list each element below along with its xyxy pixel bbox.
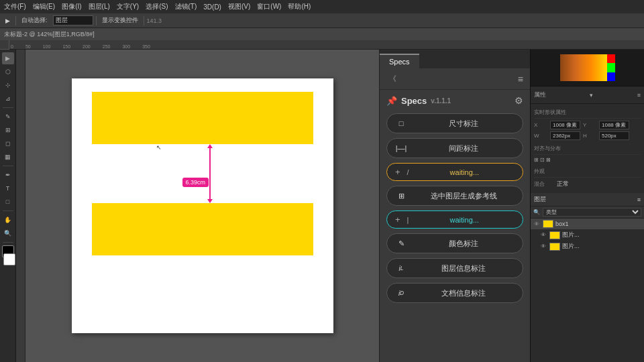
- menu-edit[interactable]: 编辑(E): [33, 2, 55, 11]
- prop-w-row: W H: [534, 131, 641, 140]
- ruler-tick: 200: [83, 44, 91, 49]
- blending-label: 混合: [534, 180, 554, 188]
- prop-x-row: X Y: [534, 121, 641, 129]
- plugin-version: v.1.1.1: [431, 97, 451, 105]
- dimension-btn[interactable]: □ 尺寸标注: [386, 113, 523, 133]
- tool-crop[interactable]: ⊹: [2, 79, 14, 91]
- prop-y-value[interactable]: [599, 121, 629, 129]
- tool-eyedropper[interactable]: ⊿: [2, 93, 14, 105]
- layer-item-box1[interactable]: 👁 box1: [531, 219, 644, 229]
- artboard: ↖ 6.39cm: [72, 78, 333, 333]
- tool-zoom[interactable]: 🔍: [2, 227, 14, 239]
- specs-panel-header: 《 ≡: [380, 68, 530, 90]
- tool-move[interactable]: ▶: [3, 17, 13, 25]
- prop-y-label: Y: [583, 122, 596, 128]
- tool-transform[interactable]: 显示变换控件: [99, 15, 141, 25]
- section-live-shape: 实时形状属性: [534, 107, 641, 119]
- plus-icon-2: +: [395, 215, 400, 225]
- layer-eye-icon[interactable]: 👁: [534, 221, 541, 227]
- specs-tab[interactable]: Specs: [380, 54, 419, 68]
- menu-image[interactable]: 图像(I): [62, 2, 81, 11]
- doc-info-btn[interactable]: iD 文档信息标注: [386, 283, 523, 303]
- refline-btn[interactable]: ⊞ 选中图层生成参考线: [386, 186, 523, 206]
- menu-layer[interactable]: 图层(L): [89, 2, 110, 11]
- tool-pen[interactable]: ✒: [2, 169, 14, 181]
- tool-selection[interactable]: ▶: [2, 52, 14, 64]
- waiting2-label: waiting...: [414, 216, 515, 224]
- align-btn[interactable]: ⊞ ⊡ ⊠: [534, 157, 551, 163]
- specs-title-row: 📌 Specs v.1.1.1 ⚙: [386, 95, 523, 106]
- layer-thumb-img1: [549, 231, 560, 239]
- expand-btn[interactable]: ≡: [637, 92, 641, 99]
- section-blending: 外观: [534, 166, 641, 178]
- rect-bottom[interactable]: [92, 203, 313, 255]
- slash-icon-1: /: [407, 168, 409, 176]
- cursor: ↖: [156, 144, 159, 147]
- preview-gradient: [560, 54, 607, 81]
- layer-thumb-box1: [543, 220, 553, 228]
- tool-auto-select[interactable]: 自动选择:: [19, 15, 50, 25]
- layer-name-img2: 图片...: [562, 242, 641, 251]
- dimension-label: 尺寸标注: [413, 119, 515, 129]
- tool-auto-select-input[interactable]: [53, 15, 93, 25]
- specs-nav-back[interactable]: 《: [386, 74, 399, 84]
- waiting1-btn[interactable]: + / waiting...: [386, 163, 523, 181]
- canvas-content[interactable]: ↖ 6.39cm: [25, 50, 379, 362]
- arrow-line: [209, 148, 211, 199]
- spacing-label: 间距标注: [413, 143, 515, 154]
- tools-panel: ▶ ⬡ ⊹ ⊿ ✎ ⊞ ◻ ▦ ✒ T □ ✋ 🔍: [0, 50, 16, 362]
- layers-title: 图层: [534, 195, 546, 204]
- path-label: 未标题-2 @ 142%[图层1,RGB/8#]: [4, 30, 95, 39]
- tool-eraser[interactable]: ◻: [2, 137, 14, 149]
- menu-select[interactable]: 选择(S): [146, 2, 168, 11]
- menu-view[interactable]: 视图(V): [228, 2, 250, 11]
- menu-help[interactable]: 帮助(H): [288, 2, 311, 11]
- swatch-red: [607, 54, 615, 63]
- layers-options-btn[interactable]: ≡: [637, 196, 641, 203]
- tool-shape[interactable]: □: [2, 196, 14, 208]
- tool-text[interactable]: T: [2, 182, 14, 194]
- collapse-btn[interactable]: ▾: [590, 92, 593, 99]
- measurement-label: 6.39cm: [182, 178, 209, 187]
- pin-icon: 📌: [386, 96, 397, 106]
- right-top-controls: 属性 ▾ ≡: [531, 86, 644, 104]
- prop-h-value[interactable]: [599, 131, 629, 140]
- prop-x-value[interactable]: [550, 121, 580, 129]
- layer-eye-icon-2[interactable]: 👁: [541, 232, 547, 238]
- menu-3d[interactable]: 3D(D): [203, 3, 221, 11]
- canvas-area[interactable]: ↖ 6.39cm: [16, 50, 379, 362]
- tool-stamp[interactable]: ⊞: [2, 124, 14, 136]
- plugin-name: Specs: [401, 96, 427, 106]
- tool-background-color[interactable]: [3, 253, 15, 265]
- layer-name-img1: 图片...: [562, 231, 641, 239]
- tool-lasso[interactable]: ⬡: [2, 66, 14, 78]
- gear-icon[interactable]: ⚙: [515, 95, 523, 106]
- ruler-tick: 100: [43, 44, 51, 49]
- tool-gradient[interactable]: ▦: [2, 151, 14, 163]
- color-btn[interactable]: ✎ 颜色标注: [386, 233, 523, 253]
- layer-item-img1[interactable]: 👁 图片...: [531, 229, 644, 241]
- menu-text[interactable]: 文字(Y): [117, 2, 139, 11]
- menu-file[interactable]: 文件(F): [4, 2, 26, 11]
- prop-w-label: W: [534, 133, 547, 139]
- doc-info-label: 文档信息标注: [413, 288, 515, 298]
- swatch-blue: [607, 72, 615, 81]
- menu-window[interactable]: 窗口(W): [257, 2, 281, 11]
- layers-filter-select[interactable]: 类型: [543, 208, 641, 217]
- preview-area: [531, 50, 644, 86]
- prop-h-label: H: [583, 133, 596, 139]
- plus-icon-1: +: [395, 167, 400, 177]
- tool-brush[interactable]: ✎: [2, 111, 14, 123]
- layer-eye-icon-3[interactable]: 👁: [541, 243, 547, 249]
- spacing-btn[interactable]: |—| 间距标注: [386, 138, 523, 158]
- rect-top[interactable]: ↖: [92, 92, 313, 144]
- layer-info-btn[interactable]: iL 图层信息标注: [386, 258, 523, 278]
- menu-filter[interactable]: 滤镜(T): [175, 2, 197, 11]
- layer-item-img2[interactable]: 👁 图片...: [531, 241, 644, 252]
- prop-w-value[interactable]: [550, 131, 580, 140]
- waiting1-label: waiting...: [415, 168, 515, 176]
- specs-menu-icon[interactable]: ≡: [518, 74, 523, 84]
- tool-hand[interactable]: ✋: [2, 214, 14, 226]
- waiting2-btn[interactable]: + | waiting...: [386, 210, 523, 229]
- spacing-icon: |—|: [395, 142, 407, 154]
